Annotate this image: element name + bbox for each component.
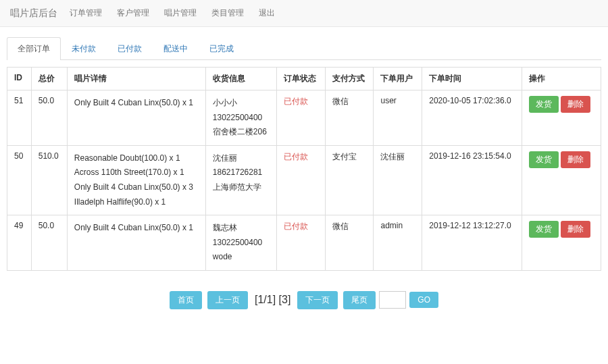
tab-paid[interactable]: 已付款 [107, 37, 153, 60]
th-status: 订单状态 [276, 68, 325, 90]
ship-button[interactable]: 发货 [529, 151, 559, 168]
table-row: 5150.0Only Built 4 Cuban Linx(50.0) x 1小… [7, 90, 601, 146]
shipping-line: 小小小 [213, 96, 270, 111]
page-last-button[interactable]: 尾页 [343, 291, 376, 309]
detail-line: Reasonable Doubt(100.0) x 1 [74, 151, 199, 166]
page-prev-button[interactable]: 上一页 [207, 291, 248, 309]
cell-payment: 支付宝 [325, 145, 374, 215]
navbar-brand: 唱片店后台 [10, 7, 57, 20]
shipping-line: 沈佳丽 [213, 151, 270, 166]
cell-details: Reasonable Doubt(100.0) x 1Across 110th … [67, 145, 205, 215]
status-badge: 已付款 [284, 97, 308, 106]
cell-status: 已付款 [276, 145, 325, 215]
cell-user: 沈佳丽 [374, 145, 422, 215]
cell-time: 2019-12-16 23:15:54.0 [422, 145, 522, 215]
th-details: 唱片详情 [67, 68, 205, 90]
page-go-button[interactable]: GO [409, 292, 438, 308]
table-header-row: ID 总价 唱片详情 收货信息 订单状态 支付方式 下单用户 下单时间 操作 [7, 68, 601, 90]
detail-line: Illadelph Halflife(90.0) x 1 [74, 195, 199, 210]
shipping-line: 魏志林 [213, 221, 270, 236]
cell-total: 510.0 [31, 145, 67, 215]
cell-user: admin [374, 215, 422, 271]
detail-line: Across 110th Street(170.0) x 1 [74, 165, 199, 180]
cell-total: 50.0 [31, 215, 67, 271]
tab-completed[interactable]: 已完成 [199, 37, 245, 60]
shipping-line: 13022500400 [213, 236, 270, 251]
table-row: 4950.0Only Built 4 Cuban Linx(50.0) x 1魏… [7, 215, 601, 271]
cell-total: 50.0 [31, 90, 67, 146]
page-first-button[interactable]: 首页 [170, 291, 202, 309]
cell-id: 51 [7, 90, 32, 146]
delete-button[interactable]: 删除 [561, 96, 590, 113]
cell-payment: 微信 [325, 90, 374, 146]
page-next-button[interactable]: 下一页 [297, 291, 338, 309]
delete-button[interactable]: 删除 [561, 221, 590, 238]
th-shipping: 收货信息 [205, 68, 276, 90]
cell-actions: 发货删除 [522, 215, 601, 271]
cell-actions: 发货删除 [522, 145, 601, 215]
delete-button[interactable]: 删除 [561, 151, 590, 168]
pagination: 首页 上一页 [1/1] [3] 下一页 尾页 GO [0, 291, 608, 309]
page-info: [1/1] [3] [255, 294, 290, 306]
shipping-line: wode [213, 250, 270, 265]
th-user: 下单用户 [374, 68, 422, 90]
page-number-input[interactable] [379, 291, 406, 309]
cell-id: 49 [7, 215, 32, 271]
cell-id: 50 [7, 145, 32, 215]
th-id: ID [7, 68, 32, 90]
tab-unpaid[interactable]: 未付款 [61, 37, 107, 60]
ship-button[interactable]: 发货 [529, 221, 559, 238]
cell-details: Only Built 4 Cuban Linx(50.0) x 1 [67, 215, 205, 271]
detail-line: Only Built 4 Cuban Linx(50.0) x 1 [74, 96, 199, 111]
detail-line: Only Built 4 Cuban Linx(50.0) x 1 [74, 221, 199, 236]
cell-time: 2020-10-05 17:02:36.0 [422, 90, 522, 146]
tabs: 全部订单 未付款 已付款 配送中 已完成 [7, 37, 601, 60]
nav-categories[interactable]: 类目管理 [211, 7, 244, 19]
nav-orders[interactable]: 订单管理 [70, 7, 102, 19]
cell-actions: 发货删除 [522, 90, 601, 146]
shipping-line: 13022500400 [213, 111, 270, 126]
shipping-line: 18621726281 [213, 165, 270, 180]
cell-shipping: 魏志林13022500400wode [205, 215, 276, 271]
cell-details: Only Built 4 Cuban Linx(50.0) x 1 [67, 90, 205, 146]
tab-all-orders[interactable]: 全部订单 [7, 37, 61, 60]
status-badge: 已付款 [284, 152, 308, 161]
cell-status: 已付款 [276, 90, 325, 146]
cell-payment: 微信 [325, 215, 374, 271]
th-time: 下单时间 [422, 68, 522, 90]
status-badge: 已付款 [284, 222, 308, 231]
cell-status: 已付款 [276, 215, 325, 271]
cell-shipping: 小小小13022500400宿舍楼二楼206 [205, 90, 276, 146]
table-row: 50510.0Reasonable Doubt(100.0) x 1Across… [7, 145, 601, 215]
cell-time: 2019-12-12 13:12:27.0 [422, 215, 522, 271]
navbar: 唱片店后台 订单管理 客户管理 唱片管理 类目管理 退出 [0, 0, 608, 27]
tab-shipping[interactable]: 配送中 [153, 37, 199, 60]
cell-user: user [374, 90, 422, 146]
ship-button[interactable]: 发货 [529, 96, 559, 113]
orders-table: ID 总价 唱片详情 收货信息 订单状态 支付方式 下单用户 下单时间 操作 5… [7, 67, 601, 271]
th-total: 总价 [31, 68, 67, 90]
nav-customers[interactable]: 客户管理 [117, 7, 149, 19]
orders-table-wrap: ID 总价 唱片详情 收货信息 订单状态 支付方式 下单用户 下单时间 操作 5… [7, 67, 601, 271]
th-actions: 操作 [522, 68, 601, 90]
nav-logout[interactable]: 退出 [259, 7, 275, 19]
detail-line: Only Built 4 Cuban Linx(50.0) x 3 [74, 180, 199, 195]
shipping-line: 宿舍楼二楼206 [213, 125, 270, 140]
nav-records[interactable]: 唱片管理 [164, 7, 197, 19]
cell-shipping: 沈佳丽18621726281上海师范大学 [205, 145, 276, 215]
shipping-line: 上海师范大学 [213, 180, 270, 195]
th-payment: 支付方式 [325, 68, 374, 90]
